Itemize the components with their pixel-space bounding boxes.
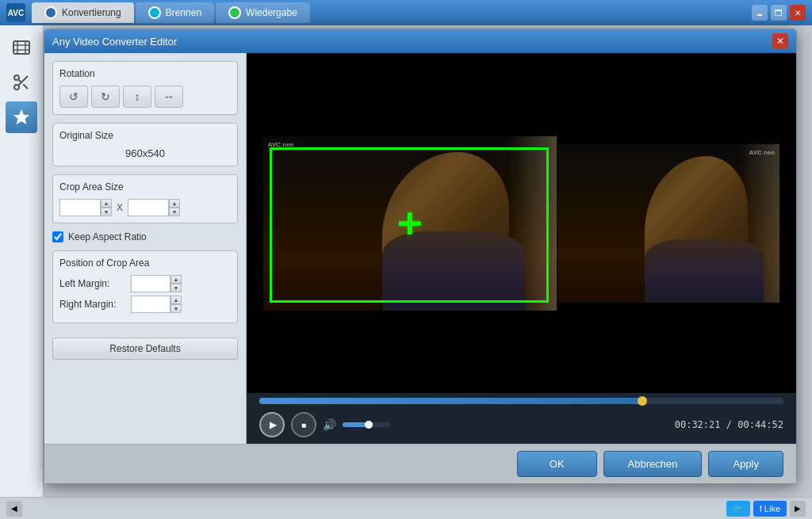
svg-line-9 [18,79,21,82]
tab-bar: Konvertierung Brennen Wiedergabe [32,2,745,23]
facebook-button[interactable]: f Like [753,501,787,517]
nav-right-button[interactable]: ▶ [790,501,806,517]
svg-line-8 [23,84,28,89]
dialog-title-text: Any Video Converter Editor [52,36,177,48]
left-margin-up[interactable]: ▲ [170,275,182,284]
left-margin-label: Left Margin: [59,278,131,289]
volume-thumb[interactable] [365,421,373,429]
restore-defaults-button[interactable]: Restore Defaults [52,338,238,360]
seek-bar-container [247,393,796,409]
sidebar-icon-scissors[interactable] [6,67,37,98]
content-area: Any Video Converter Editor ✕ Rotation ↺ … [0,25,812,497]
original-size-section: Original Size 960x540 [52,123,238,166]
tab-wiedergabe[interactable]: Wiedergabe [216,2,310,23]
x-separator: X [115,202,124,213]
video-preview-left: AVC neo ✛ [263,136,557,311]
crop-height-input[interactable]: 540 [128,199,169,216]
original-size-value: 960x540 [59,147,231,159]
app-logo: AVC [6,3,25,22]
stop-button[interactable]: ■ [291,412,316,437]
rotate-cw-button[interactable]: ↻ [91,86,120,108]
right-margin-label: Right Margin: [59,299,131,310]
dialog-title-bar: Any Video Converter Editor ✕ [44,29,796,53]
video-frame-right: AVC neo [557,144,779,303]
left-margin-input[interactable]: 0 [131,275,170,292]
time-display: 00:32:21 / 00:44:52 [675,419,783,430]
volume-icon: 🔊 [323,418,336,431]
time-separator: / [726,419,737,430]
editor-dialog: Any Video Converter Editor ✕ Rotation ↺ … [44,29,797,484]
aspect-ratio-row: Keep Aspect Ratio [52,231,238,242]
minimize-button[interactable]: 🗕 [752,5,768,21]
rotate-ccw-button[interactable]: ↺ [59,86,88,108]
tab-brennen[interactable]: Brennen [136,2,214,23]
watermark-left-top: AVC neo [268,141,294,148]
left-margin-row: Left Margin: 0 ▲ ▼ [59,275,231,292]
status-bar: ◀ 🐦 f Like ▶ [0,497,812,519]
watermark-right-top: AVC neo [749,149,776,156]
right-margin-row: Right Margin: 0 ▲ ▼ [59,296,231,313]
right-panel: AVC neo ✛ [247,53,796,444]
tab-konvertierung[interactable]: Konvertierung [32,2,134,23]
crop-area-label: Crop Area Size [59,181,231,193]
svg-point-5 [14,75,19,80]
crop-height-down[interactable]: ▼ [169,208,180,216]
crop-height-arrows: ▲ ▼ [169,199,180,216]
left-panel: Rotation ↺ ↻ ↕ ↔ Original Size 960x540 [44,53,247,444]
video-area: AVC neo ✛ [247,53,796,393]
dialog-body: Rotation ↺ ↻ ↕ ↔ Original Size 960x540 [44,53,796,444]
window-controls: 🗕 🗖 ✕ [752,5,806,21]
right-margin-up[interactable]: ▲ [170,296,182,304]
time-total: 00:44:52 [737,419,783,430]
title-bar: AVC Konvertierung Brennen Wiedergabe 🗕 🗖… [0,0,812,25]
video-preview-right: AVC neo [557,144,779,303]
crop-width-up[interactable]: ▲ [101,199,112,208]
sidebar-icon-film[interactable] [6,32,37,63]
left-margin-arrows: ▲ ▼ [170,275,182,292]
crop-width-down[interactable]: ▼ [101,208,112,216]
dialog-footer: OK Abbrechen Apply [44,444,796,483]
tab-icon-konvertierung [44,6,57,19]
maximize-button[interactable]: 🗖 [771,5,787,21]
right-margin-arrows: ▲ ▼ [170,296,182,313]
crop-inputs: 960 ▲ ▼ X 540 ▲ ▼ [59,199,231,216]
flip-horizontal-button[interactable]: ↔ [155,86,183,108]
svg-rect-0 [13,41,29,54]
crop-area-section: Crop Area Size 960 ▲ ▼ X 5 [52,174,238,223]
time-current: 00:32:21 [675,419,721,430]
right-margin-input[interactable]: 0 [131,296,170,313]
original-size-label: Original Size [59,130,231,141]
main-window: AVC Konvertierung Brennen Wiedergabe 🗕 🗖… [0,0,812,519]
twitter-button[interactable]: 🐦 [726,501,750,517]
sidebar-icon-effects[interactable] [6,101,37,133]
cancel-button[interactable]: Abbrechen [603,451,703,477]
aspect-ratio-checkbox[interactable] [52,231,63,242]
svg-point-6 [14,85,19,90]
nav-left-button[interactable]: ◀ [6,501,22,517]
sidebar [0,25,44,497]
social-buttons: 🐦 f Like ▶ [726,501,806,517]
rotation-buttons: ↺ ↻ ↕ ↔ [59,86,231,108]
flip-vertical-button[interactable]: ↕ [123,86,151,108]
apply-button[interactable]: Apply [708,451,783,477]
position-label: Position of Crop Area [59,258,231,269]
playback-controls: ▶ ■ 🔊 00:32:21 / 00:4 [247,409,796,444]
left-margin-down[interactable]: ▼ [170,284,182,292]
crop-height-up[interactable]: ▲ [169,199,180,208]
aspect-ratio-label[interactable]: Keep Aspect Ratio [68,231,147,242]
play-button[interactable]: ▶ [259,412,285,437]
position-section: Position of Crop Area Left Margin: 0 ▲ ▼ [52,250,238,323]
ok-button[interactable]: OK [517,451,597,477]
crop-width-input[interactable]: 960 [59,199,101,216]
crop-width-spinbox: 960 ▲ ▼ [59,199,112,216]
volume-bar[interactable] [343,422,390,427]
left-margin-spinbox: 0 ▲ ▼ [131,275,182,292]
close-window-button[interactable]: ✕ [790,5,806,21]
seek-bar[interactable] [259,398,783,404]
right-margin-down[interactable]: ▼ [170,304,182,313]
seek-thumb[interactable] [638,396,647,406]
video-frame-left: AVC neo ✛ [263,136,557,311]
crop-height-spinbox: 540 ▲ ▼ [128,199,180,216]
dialog-close-button[interactable]: ✕ [772,33,788,49]
crop-width-arrows: ▲ ▼ [101,199,112,216]
